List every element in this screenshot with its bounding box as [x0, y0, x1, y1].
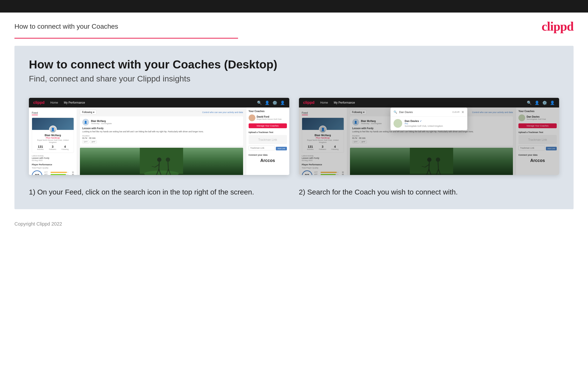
player-perf-1: Player Performance Total Player Quality … [32, 163, 74, 175]
stat-followers: 3 Followers [49, 145, 56, 150]
user-avatar-icon-2[interactable]: 👤 [550, 101, 555, 105]
result-info-1: Dan Davies ✓ Pro Sunningdale Golf Club, … [404, 120, 464, 127]
profile-hero-2: 👤 [302, 118, 344, 130]
header-divider [14, 38, 574, 38]
arccos-logo-1: Arccos [249, 158, 287, 163]
nav-myperformance-2: My Performance [334, 101, 355, 104]
app-coaches-2: Your Coaches Dan Davies Sunningdale Golf… [516, 108, 559, 175]
profile-hcp-1: Plus Handicap [35, 137, 71, 139]
app-logo-1: clippd [33, 101, 44, 105]
search-bar: 🔍 Dan Davies CLEAR ✕ [391, 108, 467, 117]
profile-card-1: 👤 Blair McHarg Plus Handicap Royal North… [32, 118, 74, 153]
svg-rect-13 [410, 148, 453, 175]
search-clear-button[interactable]: CLEAR [452, 111, 459, 113]
profile-hero-1: 👤 [32, 118, 74, 130]
caption-row: 1) On your Feed, click on the search ico… [29, 187, 559, 197]
add-link-button-1[interactable]: Add Link [276, 147, 287, 150]
control-link-1[interactable]: Control who can see your activity and da… [202, 111, 243, 113]
verified-icon: ✓ [420, 120, 422, 122]
bar-ott: OTT 90 [44, 171, 74, 173]
search-icon[interactable]: 🔍 [257, 101, 262, 105]
perf-score-1: 92 [32, 170, 42, 175]
arccos-logo-2: Arccos [518, 158, 557, 163]
svg-point-3 [157, 157, 161, 162]
result-name-1: Dan Davies ✓ [404, 120, 464, 122]
screenshot-1: clippd Home My Performance 🔍 👤 ⚙️ 👤 Feed… [29, 98, 289, 175]
nav-icons-1: 🔍 👤 ⚙️ 👤 [257, 101, 285, 105]
clippd-logo: clippd [542, 19, 574, 34]
nav-home-2: Home [320, 101, 328, 104]
stat-following: 4 Following [61, 145, 69, 150]
profile-icon[interactable]: 👤 [265, 101, 270, 105]
profile-hcp-2: Plus Handicap [305, 137, 341, 139]
app-navbar-1: clippd Home My Performance 🔍 👤 ⚙️ 👤 [29, 98, 289, 108]
page-title: How to connect with your Coaches [14, 23, 118, 30]
post-avatar-1: 👤 [82, 119, 89, 126]
post-avatar-2: 👤 [352, 119, 359, 126]
top-bar [0, 0, 588, 12]
latest-activity-2: Latest Activity Lesson with Fordy 03 Aug… [302, 155, 344, 161]
app-sidebar-1: Feed 👤 Blair McHarg Plus Handicap Royal … [29, 108, 77, 175]
profile-avatar-1: 👤 [49, 126, 57, 133]
post-author-row-1: 👤 Blair McHarg Yesterday · Sunningdale [82, 119, 241, 126]
main-subheading: Find, connect and share your Clippd insi… [29, 74, 559, 83]
search-icon-2[interactable]: 🔍 [527, 101, 532, 105]
search-result-1[interactable]: Dan Davies ✓ Pro Sunningdale Golf Club, … [391, 117, 467, 130]
trackman-input-2[interactable] [518, 146, 545, 150]
search-close-button[interactable]: ✕ [461, 110, 464, 114]
profile-stats-1: 131 Activities 3 Followers 4 Following [35, 145, 71, 150]
nav-myperformance-1: My Performance [64, 101, 85, 104]
screenshots-row: clippd Home My Performance 🔍 👤 ⚙️ 👤 Feed… [29, 98, 559, 175]
following-button-1[interactable]: Following ▾ [80, 110, 97, 114]
feed-label-1: Feed [32, 111, 38, 115]
coach-avatar-1 [249, 114, 255, 121]
svg-point-21 [436, 157, 440, 162]
nav-icons-2: 🔍 👤 ⚙️ 👤 [527, 101, 555, 105]
app-sidebar-2: Feed 👤 Blair McHarg Plus Handicap Royal … [299, 108, 347, 175]
nav-home-1: Home [50, 101, 58, 104]
main-heading: How to connect with your Coaches (Deskto… [29, 58, 559, 71]
profile-name-2: Blair McHarg [305, 134, 341, 137]
user-avatar-icon[interactable]: 👤 [280, 101, 285, 105]
profile-icon-2[interactable]: 👤 [535, 101, 539, 105]
profile-avatar-2: 👤 [319, 126, 327, 133]
coach-item-1: David Ford Royal North Devon Golf Club [249, 114, 287, 121]
svg-line-22 [438, 162, 438, 169]
profile-club-1: Royal North Devon Golf Club, United King… [35, 139, 71, 143]
post-duration-1: Duration 01 hr : 30 min [82, 135, 241, 139]
stat-activities: 131 Activities [37, 145, 44, 150]
app-coaches-1: Your Coaches David Ford Royal North Devo… [246, 108, 289, 175]
latest-activity-1: Latest Activity Lesson with Fordy 03 Aug… [32, 155, 74, 161]
tag-app: APP [90, 140, 97, 143]
result-avatar-1 [394, 119, 402, 128]
header: How to connect with your Coaches clippd [0, 12, 588, 38]
settings-icon-2[interactable]: ⚙️ [542, 101, 547, 105]
trackman-section-2: Upload a Trackman Test Trackman Link Add… [518, 131, 557, 151]
following-button-2[interactable]: Following ▾ [350, 110, 367, 114]
coach-info-1: David Ford Royal North Devon Golf Club [257, 115, 287, 120]
footer: Copyright Clippd 2022 [0, 216, 588, 232]
profile-card-2: 👤 Blair McHarg Plus Handicap Royal North… [302, 118, 344, 153]
app-logo-2: clippd [303, 101, 315, 105]
tag-ott: OTT [82, 140, 89, 143]
caption-2: 2) Search for the Coach you wish to conn… [299, 187, 559, 197]
manage-coaches-button-2[interactable]: Manage Your Coaches [518, 123, 557, 128]
settings-icon[interactable]: ⚙️ [272, 101, 277, 105]
trackman-input-1[interactable] [249, 146, 275, 150]
result-club-1: Sunningdale Golf Club, United Kingdom [404, 125, 464, 127]
coach-avatar-2 [518, 114, 525, 121]
search-input-display[interactable]: Dan Davies [399, 110, 450, 113]
search-overlay: 🔍 Dan Davies CLEAR ✕ Dan Davies ✓ Pro Su… [390, 108, 467, 130]
profile-name-1: Blair McHarg [35, 134, 71, 137]
screenshot-2: clippd Home My Performance 🔍 👤 ⚙️ 👤 🔍 Da… [299, 98, 559, 175]
feed-post-1: 👤 Blair McHarg Yesterday · Sunningdale L… [80, 116, 243, 146]
control-link-2[interactable]: Control who can see your activity and da… [472, 111, 513, 113]
trackman-placeholder-1: Trackman Link [258, 138, 277, 141]
manage-coaches-button-1[interactable]: Manage Your Coaches [249, 123, 287, 128]
golf-image-1 [80, 148, 243, 175]
coach-item-2: Dan Davies Sunningdale Golf Club [518, 114, 557, 121]
feed-top-row-1: Following ▾ Control who can see your act… [80, 110, 243, 114]
add-link-button-2[interactable]: Add Link [546, 147, 557, 150]
profile-stats-2: 131 Activities 3 Followers 4 Following [305, 145, 341, 150]
svg-point-15 [427, 157, 431, 162]
